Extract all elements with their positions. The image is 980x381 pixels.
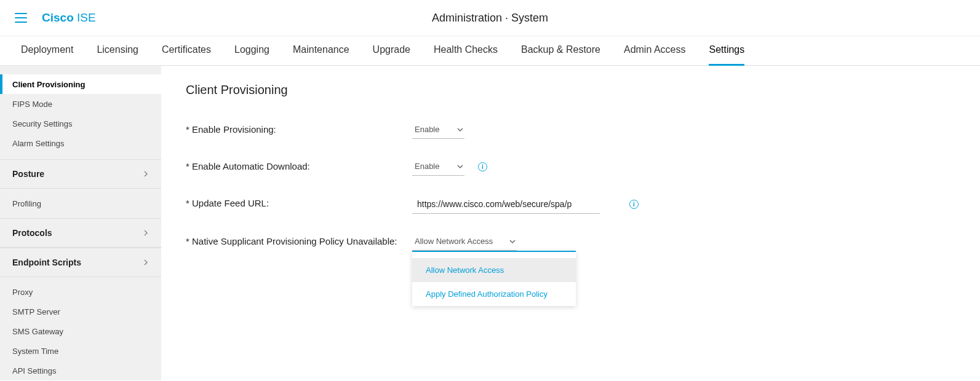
sidebar-group-posture[interactable]: Posture	[0, 159, 161, 189]
tab-deployment[interactable]: Deployment	[21, 36, 73, 66]
sidebar-item-sms-gateway[interactable]: SMS Gateway	[0, 321, 161, 341]
chevron-down-icon	[509, 238, 516, 245]
sidebar-item-fips-mode[interactable]: FIPS Mode	[0, 94, 161, 114]
tab-logging[interactable]: Logging	[234, 36, 269, 66]
sidebar-item-security-settings[interactable]: Security Settings	[0, 114, 161, 133]
chevron-right-icon	[143, 257, 149, 267]
sidebar-item-api-settings[interactable]: API Settings	[0, 361, 161, 380]
sidebar-item-alarm-settings[interactable]: Alarm Settings	[0, 133, 161, 153]
main: Client Provisioning FIPS Mode Security S…	[0, 66, 980, 380]
select-enable-provisioning[interactable]: Enable	[412, 120, 464, 139]
sidebar: Client Provisioning FIPS Mode Security S…	[0, 66, 161, 380]
label-enable-auto-download: * Enable Automatic Download:	[186, 157, 412, 171]
label-feed-url: * Update Feed URL:	[186, 194, 412, 208]
content-panel: Client Provisioning * Enable Provisionin…	[161, 66, 980, 380]
logo-rest: ISE	[74, 11, 96, 24]
dropdown-native-policy: Allow Network Access Apply Defined Autho…	[412, 251, 576, 306]
input-feed-url[interactable]	[412, 194, 600, 214]
tab-maintenance[interactable]: Maintenance	[293, 36, 349, 66]
hamburger-menu-icon[interactable]	[15, 13, 27, 23]
logo-bold: Cisco	[42, 11, 74, 24]
select-native-policy-value: Allow Network Access	[415, 237, 493, 246]
tab-admin-access[interactable]: Admin Access	[624, 36, 685, 66]
sidebar-item-profiling[interactable]: Profiling	[0, 194, 161, 213]
sidebar-item-proxy[interactable]: Proxy	[0, 282, 161, 302]
row-feed-url: * Update Feed URL: i	[186, 194, 980, 214]
chevron-down-icon	[457, 163, 463, 170]
chevron-right-icon	[143, 228, 149, 238]
tab-upgrade[interactable]: Upgrade	[373, 36, 410, 66]
info-icon[interactable]: i	[478, 162, 487, 171]
breadcrumb: Administration · System	[0, 12, 980, 25]
sidebar-group-protocols-label: Protocols	[12, 228, 52, 238]
tab-certificates[interactable]: Certificates	[162, 36, 211, 66]
logo[interactable]: Cisco ISE	[42, 11, 96, 25]
top-bar: Cisco ISE Administration · System	[0, 0, 980, 36]
sidebar-item-system-time[interactable]: System Time	[0, 341, 161, 361]
chevron-right-icon	[143, 169, 149, 179]
chevron-down-icon	[457, 127, 463, 133]
row-native-policy: * Native Supplicant Provisioning Policy …	[186, 232, 980, 251]
tab-settings[interactable]: Settings	[709, 36, 744, 66]
dropdown-option-apply-authz[interactable]: Apply Defined Authorization Policy	[412, 282, 576, 306]
row-enable-provisioning: * Enable Provisioning: Enable	[186, 120, 980, 139]
tab-bar: Deployment Licensing Certificates Loggin…	[0, 36, 980, 66]
select-enable-auto-download[interactable]: Enable	[412, 157, 464, 176]
info-icon[interactable]: i	[629, 200, 639, 209]
sidebar-group-endpoint-scripts-label: Endpoint Scripts	[12, 257, 81, 267]
select-native-policy[interactable]: Allow Network Access	[412, 232, 517, 251]
tab-backup-restore[interactable]: Backup & Restore	[521, 36, 600, 66]
tab-health-checks[interactable]: Health Checks	[434, 36, 498, 66]
sidebar-group-endpoint-scripts[interactable]: Endpoint Scripts	[0, 248, 161, 277]
label-enable-provisioning: * Enable Provisioning:	[186, 120, 412, 135]
dropdown-option-allow-network[interactable]: Allow Network Access	[412, 258, 576, 282]
sidebar-group-protocols[interactable]: Protocols	[0, 218, 161, 248]
sidebar-group-posture-label: Posture	[12, 169, 44, 179]
select-enable-auto-download-value: Enable	[415, 162, 439, 171]
row-enable-auto-download: * Enable Automatic Download: Enable i	[186, 157, 980, 176]
label-native-policy: * Native Supplicant Provisioning Policy …	[186, 232, 412, 246]
sidebar-item-smtp-server[interactable]: SMTP Server	[0, 302, 161, 321]
tab-licensing[interactable]: Licensing	[97, 36, 138, 66]
select-enable-provisioning-value: Enable	[415, 125, 439, 134]
page-title: Client Provisioning	[186, 83, 980, 97]
sidebar-item-client-provisioning[interactable]: Client Provisioning	[0, 74, 161, 94]
